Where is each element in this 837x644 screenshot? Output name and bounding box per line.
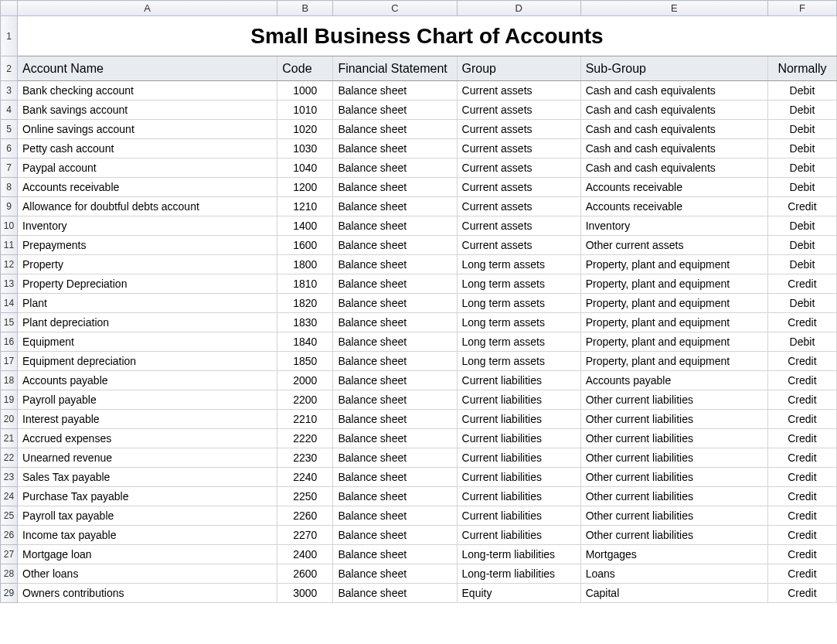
- cell-account[interactable]: Sales Tax payable: [18, 468, 277, 487]
- cell-account[interactable]: Bank savings account: [18, 101, 277, 120]
- cell-group[interactable]: Current liabilities: [457, 448, 580, 468]
- cell-code[interactable]: 2200: [277, 390, 333, 410]
- row-header[interactable]: 2: [1, 56, 18, 81]
- cell-group[interactable]: Current liabilities: [457, 429, 580, 448]
- cell-subgroup[interactable]: Cash and cash equivalents: [580, 158, 767, 178]
- cell-group[interactable]: Current liabilities: [457, 468, 580, 487]
- cell-normally[interactable]: Debit: [767, 332, 836, 352]
- cell-normally[interactable]: Credit: [767, 274, 836, 294]
- cell-normally[interactable]: Debit: [767, 101, 836, 120]
- cell-code[interactable]: 1200: [277, 178, 333, 197]
- row-header[interactable]: 29: [1, 584, 18, 603]
- row-header[interactable]: 8: [1, 178, 18, 197]
- cell-statement[interactable]: Balance sheet: [333, 371, 457, 390]
- row-header[interactable]: 23: [1, 468, 18, 487]
- cell-statement[interactable]: Balance sheet: [333, 410, 457, 429]
- row-header[interactable]: 28: [1, 564, 18, 584]
- cell-normally[interactable]: Debit: [767, 178, 836, 197]
- cell-subgroup[interactable]: Property, plant and equipment: [580, 294, 767, 313]
- cell-subgroup[interactable]: Other current liabilities: [580, 448, 767, 468]
- cell-account[interactable]: Unearned revenue: [18, 448, 277, 468]
- cell-normally[interactable]: Credit: [767, 313, 836, 332]
- cell-normally[interactable]: Debit: [767, 158, 836, 178]
- cell-account[interactable]: Accounts receivable: [18, 178, 277, 197]
- cell-group[interactable]: Long-term liabilities: [457, 545, 580, 564]
- cell-code[interactable]: 1210: [277, 197, 333, 216]
- col-header-C[interactable]: C: [333, 1, 457, 16]
- cell-subgroup[interactable]: Cash and cash equivalents: [580, 101, 767, 120]
- cell-normally[interactable]: Debit: [767, 255, 836, 274]
- cell-account[interactable]: Purchase Tax payable: [18, 487, 277, 506]
- col-header-F[interactable]: F: [767, 1, 836, 16]
- cell-code[interactable]: 1020: [277, 120, 333, 139]
- cell-account[interactable]: Plant depreciation: [18, 313, 277, 332]
- cell-group[interactable]: Equity: [457, 584, 580, 603]
- cell-account[interactable]: Paypal account: [18, 158, 277, 178]
- row-header[interactable]: 24: [1, 487, 18, 506]
- cell-subgroup[interactable]: Other current liabilities: [580, 410, 767, 429]
- cell-subgroup[interactable]: Other current assets: [580, 236, 767, 255]
- cell-subgroup[interactable]: Other current liabilities: [580, 526, 767, 545]
- cell-group[interactable]: Current liabilities: [457, 526, 580, 545]
- cell-statement[interactable]: Balance sheet: [333, 236, 457, 255]
- cell-group[interactable]: Current liabilities: [457, 506, 580, 526]
- cell-group[interactable]: Current assets: [457, 158, 580, 178]
- cell-code[interactable]: 2230: [277, 448, 333, 468]
- cell-account[interactable]: Owners contributions: [18, 584, 277, 603]
- cell-group[interactable]: Current assets: [457, 139, 580, 158]
- cell-subgroup[interactable]: Other current liabilities: [580, 468, 767, 487]
- cell-normally[interactable]: Credit: [767, 584, 836, 603]
- cell-subgroup[interactable]: Cash and cash equivalents: [580, 120, 767, 139]
- cell-group[interactable]: Long term assets: [457, 332, 580, 352]
- cell-account[interactable]: Equipment: [18, 332, 277, 352]
- cell-normally[interactable]: Debit: [767, 216, 836, 236]
- cell-statement[interactable]: Balance sheet: [333, 101, 457, 120]
- cell-group[interactable]: Current assets: [457, 197, 580, 216]
- cell-code[interactable]: 1840: [277, 332, 333, 352]
- cell-account[interactable]: Property Depreciation: [18, 274, 277, 294]
- cell-statement[interactable]: Balance sheet: [333, 526, 457, 545]
- cell-normally[interactable]: Credit: [767, 429, 836, 448]
- cell-group[interactable]: Current assets: [457, 101, 580, 120]
- cell-normally[interactable]: Credit: [767, 352, 836, 371]
- header-code[interactable]: Code: [277, 56, 333, 81]
- cell-code[interactable]: 1600: [277, 236, 333, 255]
- cell-group[interactable]: Long term assets: [457, 274, 580, 294]
- cell-group[interactable]: Long term assets: [457, 352, 580, 371]
- cell-group[interactable]: Long term assets: [457, 313, 580, 332]
- cell-statement[interactable]: Balance sheet: [333, 448, 457, 468]
- cell-statement[interactable]: Balance sheet: [333, 468, 457, 487]
- cell-statement[interactable]: Balance sheet: [333, 313, 457, 332]
- cell-normally[interactable]: Credit: [767, 506, 836, 526]
- cell-code[interactable]: 2220: [277, 429, 333, 448]
- row-header[interactable]: 9: [1, 197, 18, 216]
- cell-group[interactable]: Current assets: [457, 81, 580, 101]
- col-header-E[interactable]: E: [580, 1, 767, 16]
- header-subgroup[interactable]: Sub-Group: [580, 56, 767, 81]
- cell-normally[interactable]: Debit: [767, 294, 836, 313]
- cell-group[interactable]: Current liabilities: [457, 487, 580, 506]
- row-header[interactable]: 18: [1, 371, 18, 390]
- header-group[interactable]: Group: [457, 56, 580, 81]
- cell-account[interactable]: Petty cash account: [18, 139, 277, 158]
- row-header[interactable]: 6: [1, 139, 18, 158]
- col-header-A[interactable]: A: [18, 1, 277, 16]
- cell-subgroup[interactable]: Inventory: [580, 216, 767, 236]
- cell-statement[interactable]: Balance sheet: [333, 158, 457, 178]
- cell-code[interactable]: 3000: [277, 584, 333, 603]
- cell-account[interactable]: Accounts payable: [18, 371, 277, 390]
- cell-subgroup[interactable]: Cash and cash equivalents: [580, 81, 767, 101]
- cell-normally[interactable]: Credit: [767, 448, 836, 468]
- cell-code[interactable]: 1830: [277, 313, 333, 332]
- cell-account[interactable]: Prepayments: [18, 236, 277, 255]
- cell-subgroup[interactable]: Accounts receivable: [580, 178, 767, 197]
- cell-group[interactable]: Current liabilities: [457, 410, 580, 429]
- cell-statement[interactable]: Balance sheet: [333, 564, 457, 584]
- cell-code[interactable]: 2000: [277, 371, 333, 390]
- header-account[interactable]: Account Name: [18, 56, 277, 81]
- cell-subgroup[interactable]: Property, plant and equipment: [580, 352, 767, 371]
- cell-code[interactable]: 2400: [277, 545, 333, 564]
- row-header[interactable]: 4: [1, 101, 18, 120]
- cell-code[interactable]: 2250: [277, 487, 333, 506]
- cell-statement[interactable]: Balance sheet: [333, 197, 457, 216]
